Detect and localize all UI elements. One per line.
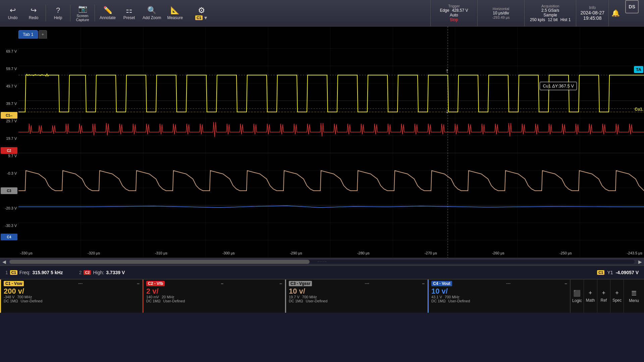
y-label: 49.7 V (6, 84, 17, 88)
meas-right-section: C1 Y1 -4.09057 V (597, 270, 639, 275)
ch2-coupling: DC 1MΩ (146, 299, 160, 303)
toolbar-separator (46, 5, 46, 21)
toolbar: ↩ Undo ↪ Redo ? Help 📷 ScreenCapture ✏️ … (0, 0, 644, 26)
ch1-minus: – (137, 281, 140, 286)
add-zoom-button[interactable]: 🔍 Add Zoom (140, 2, 164, 24)
right-sidebar: ⬛ Logic + Math + Ref + Spec ☰ Menu (570, 279, 644, 313)
y-label: -30.3 V (5, 224, 17, 228)
preset-icon: ⚏ (126, 6, 132, 15)
ch2-card[interactable]: C2 - Vfb – – 2 v/ 140 mV 20 MHz DC 1MΩ U… (143, 280, 285, 313)
trigger-ch-badge: C1 (195, 15, 203, 20)
acquisition-panel[interactable]: Acquisition 2.5 GSa/s Sample 250 kpts 12… (524, 0, 576, 26)
y-label: 29.7 V (6, 119, 17, 123)
ref-icon: + (602, 290, 606, 297)
meas1-ch-badge: C1 (10, 270, 17, 275)
ch1-coupling: DC 1MΩ (4, 299, 18, 303)
info-panel[interactable]: Info 2024-08-27 19:45:08 (576, 0, 608, 26)
x-label: -243.5 μs (627, 251, 642, 255)
spec-icon: + (615, 290, 619, 297)
ch1-card-badge: C1 - Vsw (4, 281, 24, 286)
logic-button[interactable]: ⬛ Logic (571, 280, 584, 313)
ref-button[interactable]: + Ref (597, 280, 611, 313)
cu1-right-label: Cu1. (635, 107, 643, 112)
x-label: -290 μs (290, 251, 302, 255)
meas2-ch-badge: C2 (84, 270, 91, 275)
x-label: -260 μs (492, 251, 504, 255)
chevron-down-icon: ▼ (203, 15, 208, 20)
redo-button[interactable]: ↪ Redo (23, 2, 44, 24)
notification-button[interactable]: 🔔 (608, 0, 623, 26)
measure-icon: 📐 (170, 6, 179, 15)
redo-icon: ↪ (31, 6, 37, 15)
ch2-dash: – (221, 281, 223, 286)
math-button[interactable]: + Math (584, 280, 597, 313)
preset-button[interactable]: ⚏ Preset (119, 2, 139, 24)
undo-button[interactable]: ↩ Undo (3, 2, 23, 24)
ch1-card[interactable]: C1 - Vsw ···· – 200 v/ -348 V 700 MHz DC… (0, 280, 143, 313)
ch4-card-badge: C4 - Vout (431, 281, 452, 286)
ch3-bw: 700 MHz (302, 295, 317, 299)
screen-capture-button[interactable]: 📷 ScreenCapture (72, 2, 93, 24)
ch1-label[interactable]: C1-- (1, 112, 17, 119)
y-label: 59.7 V (6, 67, 17, 71)
ch1-offset: -348 V (4, 295, 14, 299)
settings-button[interactable]: ⚙ C1 ▼ (192, 4, 212, 22)
scrollbar-area: ◀ · · · · · ▶ (0, 258, 644, 266)
horizontal-panel[interactable]: Horizontal 10 μs/div -293.49 μs (477, 0, 524, 26)
ch4-type: User-Defined (448, 299, 470, 303)
annotate-icon: ✏️ (103, 6, 112, 15)
add-zoom-icon: 🔍 (147, 6, 156, 15)
ch2-label[interactable]: C2 (1, 147, 17, 154)
menu-button[interactable]: ☰ Menu (624, 280, 644, 313)
y-label: -0.3 V (7, 171, 17, 175)
logic-icon: ⬛ (573, 290, 581, 297)
x-label: -300 μs (222, 251, 235, 255)
bell-icon: 🔔 (611, 9, 620, 17)
toolbar-separator-2 (70, 5, 70, 21)
ch3-label[interactable]: C3 (1, 187, 17, 194)
tab-1[interactable]: Tab 1 (18, 30, 38, 39)
annotate-button[interactable]: ✏️ Annotate (97, 2, 118, 24)
ch3-minus: – (422, 281, 425, 286)
meas-right-ch-badge: C1 (597, 270, 604, 275)
measure-button[interactable]: 📐 Measure (164, 2, 185, 24)
help-button[interactable]: ? Help (48, 2, 68, 24)
x-label: -250 μs (559, 251, 572, 255)
ch4-bw: 700 MHz (445, 295, 460, 299)
tab-bar: Tab 1 + (0, 26, 47, 39)
ch4-coupling: DC 1MΩ (431, 299, 445, 303)
ds-logo: DS (625, 0, 639, 13)
ch3-coupling: DC 1MΩ (289, 299, 303, 303)
ch2-type: User-Defined (163, 299, 185, 303)
ch3-card-badge: C3 - Vgssr (289, 281, 312, 286)
x-label: -280 μs (357, 251, 370, 255)
y-label: 39.7 V (6, 102, 17, 106)
ch3-dash: ···· (365, 281, 369, 286)
scroll-left-button[interactable]: ◀ (0, 258, 8, 266)
x-label: -330 μs (20, 251, 33, 255)
meas-item-2: 2 C2 High: 3.7339 V (79, 270, 125, 275)
ch4-dash: ···· (506, 281, 511, 286)
trigger-panel[interactable]: Trigger Edge 428.57 V Auto Stop (430, 0, 477, 26)
scroll-thumb[interactable] (9, 260, 310, 264)
ch1-bw: 700 MHz (17, 295, 32, 299)
svg-text:↓: ↓ (446, 108, 449, 114)
tab-add-button[interactable]: + (39, 30, 47, 39)
ta-label[interactable]: TA (634, 66, 643, 73)
menu-icon: ☰ (631, 290, 637, 297)
spec-button[interactable]: + Spec (610, 280, 624, 313)
y-label: 69.7 V (6, 49, 17, 53)
scroll-track[interactable]: · · · · · (9, 260, 635, 264)
ch1-scale: 200 v/ (4, 288, 24, 295)
ch3-offset: 19.7 V (289, 295, 300, 299)
scroll-right-button[interactable]: ▶ (636, 258, 644, 266)
channel-cards: C1 - Vsw ···· – 200 v/ -348 V 700 MHz DC… (0, 279, 570, 313)
ch4-card[interactable]: C4 - Vout ···· – 10 v/ 43.1 V 700 MHz DC… (428, 280, 570, 313)
bottom-section: C1 - Vsw ···· – 200 v/ -348 V 700 MHz DC… (0, 279, 644, 313)
ch2-minus: – (279, 281, 282, 286)
ch3-type: User-Defined (306, 299, 327, 303)
ch4-label[interactable]: C4 (1, 234, 17, 240)
cursor-measurement: Cu1 ΔY:367.5 V (540, 82, 577, 90)
x-label: -310 μs (155, 251, 167, 255)
ch3-card[interactable]: C3 - Vgssr ···· – 10 v/ 19.7 V 700 MHz D… (285, 280, 428, 313)
